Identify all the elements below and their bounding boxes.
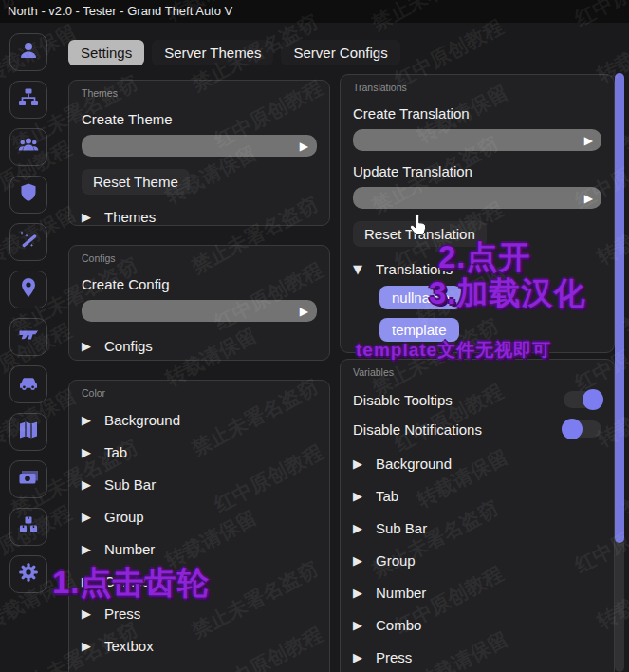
color-expander-number[interactable]: Number <box>82 540 317 557</box>
sidebar-item-teleport[interactable] <box>9 271 47 308</box>
submit-arrow-icon[interactable] <box>300 305 308 316</box>
chevron-right-icon <box>82 446 91 458</box>
car-icon <box>17 371 40 398</box>
color-expander-press[interactable]: Press <box>82 605 317 622</box>
scrollbar-thumb[interactable] <box>615 73 624 543</box>
sidebar-item-effects[interactable] <box>9 223 47 261</box>
create-translation-label: Create Translation <box>353 105 601 121</box>
disable-notifications-label: Disable Notifications <box>353 421 482 438</box>
submit-arrow-icon[interactable] <box>584 192 593 203</box>
create-translation-field[interactable] <box>353 129 601 151</box>
variables-expander-combo[interactable]: Combo <box>353 616 601 633</box>
money-icon <box>17 466 40 493</box>
sidebar-item-players[interactable] <box>9 128 47 166</box>
chevron-right-icon <box>82 478 91 491</box>
tab-settings[interactable]: Settings <box>68 40 144 65</box>
create-translation-input[interactable] <box>353 129 601 151</box>
tab-server-configs[interactable]: Server Configs <box>281 40 399 65</box>
sidebar-item-map[interactable] <box>9 413 47 451</box>
chevron-right-icon <box>82 640 91 652</box>
toggle[interactable] <box>564 420 601 438</box>
create-config-field[interactable] <box>82 300 317 322</box>
variables-expander-sub-bar[interactable]: Sub Bar <box>353 519 601 536</box>
color-expander-background[interactable]: Background <box>82 411 317 428</box>
crates-icon <box>17 513 40 540</box>
panel-legend: Variables <box>353 366 601 378</box>
sidebar-item-crates[interactable] <box>9 508 47 546</box>
tab-server-themes[interactable]: Server Themes <box>152 40 273 65</box>
create-theme-input[interactable] <box>82 135 317 157</box>
sidebar-item-player[interactable] <box>9 33 47 71</box>
chevron-right-icon <box>353 651 362 663</box>
submit-arrow-icon[interactable] <box>584 134 593 145</box>
chevron-right-icon <box>353 619 362 631</box>
chevron-right-icon <box>353 490 362 502</box>
tab-bar: Settings Server Themes Server Configs <box>68 40 400 65</box>
disable-tooltips-label: Disable Tooltips <box>353 392 453 408</box>
translation-item-template[interactable]: template <box>379 318 459 342</box>
update-translation-input[interactable] <box>353 187 601 209</box>
color-expander-group[interactable]: Group <box>82 508 317 525</box>
color-expander-combo[interactable]: Combo <box>82 572 317 589</box>
create-config-input[interactable] <box>82 300 317 322</box>
variables-expander-number[interactable]: Number <box>353 584 601 601</box>
themes-expander[interactable]: Themes <box>82 208 317 225</box>
chevron-right-icon <box>353 587 362 599</box>
shield-icon <box>17 181 40 208</box>
configs-panel: Configs Create Config Configs <box>68 245 330 361</box>
user-icon <box>17 39 40 65</box>
update-translation-field[interactable] <box>353 187 601 209</box>
variables-expander-group[interactable]: Group <box>353 551 601 569</box>
color-panel: Color Background Tab Sub Bar Group Numbe… <box>68 380 330 672</box>
update-translation-label: Update Translation <box>353 163 601 179</box>
chevron-right-icon <box>353 522 362 534</box>
sidebar-item-vehicles[interactable] <box>9 365 47 403</box>
color-expander-textbox[interactable]: Textbox <box>82 637 317 654</box>
color-expander-tab[interactable]: Tab <box>82 443 317 460</box>
map-icon <box>17 419 40 445</box>
sidebar-item-weapons[interactable] <box>9 318 47 356</box>
submit-arrow-icon[interactable] <box>300 140 308 151</box>
color-expander-sub-bar[interactable]: Sub Bar <box>82 476 317 493</box>
configs-expander[interactable]: Configs <box>82 337 317 354</box>
sidebar-item-protection[interactable] <box>9 176 47 214</box>
chevron-right-icon <box>82 575 91 588</box>
location-pin-icon <box>17 276 40 303</box>
magic-wand-icon <box>17 229 40 255</box>
sidebar-item-settings[interactable] <box>9 555 47 593</box>
chevron-down-icon <box>353 263 362 275</box>
create-theme-field[interactable] <box>82 135 317 157</box>
toggle[interactable] <box>564 391 601 408</box>
chevron-right-icon <box>82 340 91 352</box>
chevron-right-icon <box>353 554 362 567</box>
panel-legend: Translations <box>353 82 601 93</box>
toggle-knob <box>562 419 583 439</box>
chevron-right-icon <box>353 457 362 470</box>
chevron-right-icon <box>82 543 91 555</box>
reset-theme-button[interactable]: Reset Theme <box>82 169 190 195</box>
users-group-icon <box>17 134 40 160</box>
create-theme-label: Create Theme <box>82 111 317 127</box>
disable-notifications-row: Disable Notifications <box>353 419 601 439</box>
reset-translation-button[interactable]: Reset Translation <box>353 221 487 247</box>
translation-item-nullname[interactable]: nullname <box>379 286 462 309</box>
pistol-icon <box>17 324 40 350</box>
translations-expander[interactable]: Translations <box>353 260 601 277</box>
themes-panel: Themes Create Theme Reset Theme Themes <box>68 80 330 226</box>
variables-expander-tab[interactable]: Tab <box>353 487 601 504</box>
create-config-label: Create Config <box>82 276 317 292</box>
disable-tooltips-row: Disable Tooltips <box>353 389 601 410</box>
panel-legend: Configs <box>82 252 317 264</box>
chevron-right-icon <box>82 414 91 426</box>
chevron-right-icon <box>82 607 91 620</box>
variables-expander-press[interactable]: Press <box>353 648 601 665</box>
panel-legend: Color <box>82 387 317 399</box>
sitemap-icon <box>17 86 40 113</box>
panel-legend: Themes <box>82 87 317 99</box>
translations-panel: Translations Create Translation Update T… <box>340 74 615 353</box>
sidebar-item-money[interactable] <box>9 460 47 498</box>
variables-panel: Variables Disable Tooltips Disable Notif… <box>340 359 615 672</box>
toggle-knob <box>583 389 603 410</box>
sidebar-item-network[interactable] <box>9 81 47 119</box>
variables-expander-background[interactable]: Background <box>353 455 601 472</box>
